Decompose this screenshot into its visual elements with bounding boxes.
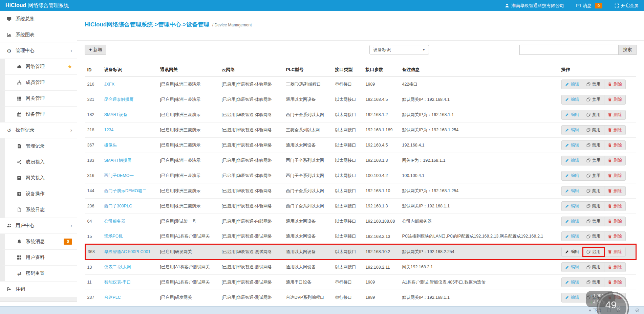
disable-button[interactable]: 禁用 bbox=[583, 217, 604, 226]
device-name-link[interactable]: 仪表二-以太网 bbox=[104, 265, 131, 269]
delete-button[interactable]: 删除 bbox=[604, 171, 625, 180]
disable-button[interactable]: 禁用 bbox=[583, 202, 604, 211]
search-input[interactable] bbox=[519, 45, 618, 55]
delete-button[interactable]: 删除 bbox=[604, 141, 625, 150]
disable-button[interactable]: 禁用 bbox=[583, 171, 604, 180]
edit-button[interactable]: 编辑 bbox=[562, 278, 583, 287]
disable-button[interactable]: 禁用 bbox=[583, 110, 604, 119]
sidebar-item-operation-records[interactable]: ↺操作记录› bbox=[0, 122, 77, 138]
delete-button[interactable]: 删除 bbox=[604, 278, 625, 287]
delete-button[interactable]: 删除 bbox=[604, 202, 625, 211]
search-button[interactable]: 搜索 bbox=[618, 45, 637, 55]
edit-button[interactable]: 编辑 bbox=[562, 126, 583, 135]
disable-button[interactable]: 禁用 bbox=[583, 186, 604, 196]
sidebar-item-management-center[interactable]: ⚙管理中心› bbox=[0, 43, 77, 59]
cell-id: 144 bbox=[85, 183, 102, 199]
edit-button[interactable]: 编辑 bbox=[562, 232, 583, 241]
disable-button[interactable]: 禁用 bbox=[583, 126, 604, 135]
device-name-link[interactable]: 西门子300PLC bbox=[104, 204, 132, 208]
cell-iface: 以太网接口 bbox=[333, 214, 364, 229]
sidebar-item-system-charts[interactable]: 系统图表 bbox=[0, 27, 77, 43]
delete-button[interactable]: 删除 bbox=[604, 186, 625, 196]
toggle-label: 禁用 bbox=[592, 97, 601, 103]
sidebar-item-device-management[interactable]: 设备管理 bbox=[0, 107, 77, 122]
disable-button[interactable]: 禁用 bbox=[583, 232, 604, 241]
disable-button[interactable]: 禁用 bbox=[583, 263, 604, 272]
device-name-link[interactable]: 西门子DEMO一 bbox=[104, 173, 134, 178]
sidebar-item-user-profile[interactable]: 用户资料 bbox=[0, 250, 77, 266]
device-name-link[interactable]: 台达PLC bbox=[104, 295, 121, 300]
delete-button[interactable]: 删除 bbox=[604, 110, 625, 119]
edit-button[interactable]: 编辑 bbox=[562, 110, 583, 119]
disable-button[interactable]: 禁用 bbox=[583, 141, 604, 150]
device-name-link[interactable]: SMART设备 bbox=[104, 112, 128, 117]
edit-button[interactable]: 编辑 bbox=[562, 217, 583, 226]
filter-field-select[interactable]: 设备标识 ▼ bbox=[369, 45, 429, 54]
row-action-group: 编辑禁用删除 bbox=[561, 171, 626, 181]
sidebar-item-gateway-access[interactable]: 网关接入 bbox=[0, 170, 77, 186]
cell-plc: 西门子全系列以太网 bbox=[284, 107, 333, 122]
device-name-link[interactable]: 现场PC机 bbox=[104, 234, 123, 239]
sidebar-item-system-overview[interactable]: 系统总览 bbox=[0, 11, 77, 27]
device-name-link[interactable]: SMART触摸屏 bbox=[104, 158, 132, 163]
edit-button[interactable]: 编辑 bbox=[562, 141, 583, 150]
cell-network: [已启用]华辰智通-体验网络 bbox=[220, 183, 284, 199]
device-name-link[interactable]: 智能仪表-串口 bbox=[104, 280, 131, 285]
sidebar-item-user-center[interactable]: 用户中心› bbox=[0, 218, 77, 234]
disable-button[interactable]: 禁用 bbox=[583, 95, 604, 104]
delete-button[interactable]: 删除 bbox=[604, 247, 625, 256]
delete-button[interactable]: 删除 bbox=[604, 80, 625, 89]
trash-icon bbox=[608, 280, 612, 284]
edit-button[interactable]: 编辑 bbox=[562, 95, 583, 104]
fullscreen-button[interactable]: 开启全屏 bbox=[615, 3, 639, 9]
device-name-link[interactable]: 昆仑通泰触摸屏 bbox=[104, 97, 134, 102]
device-name-link[interactable]: 1234 bbox=[104, 128, 114, 132]
disable-button[interactable]: 禁用 bbox=[583, 80, 604, 89]
table-row: 237台达PLC[已启用]研发网关[已启用]华辰智通-测试网络台达DVP系列编程… bbox=[85, 290, 636, 305]
disable-button[interactable]: 禁用 bbox=[583, 156, 604, 165]
edit-button[interactable]: 编辑 bbox=[562, 80, 583, 89]
progress-circle-widget[interactable]: 49 % bbox=[597, 292, 629, 314]
toggle-state-icon bbox=[586, 97, 591, 102]
cell-iface: 以太网接口 bbox=[333, 260, 364, 275]
sidebar-item-password-reset[interactable]: ⇄密码重置 bbox=[0, 266, 77, 282]
edit-button[interactable]: 编辑 bbox=[562, 186, 583, 196]
edit-button[interactable]: 编辑 bbox=[562, 171, 583, 180]
sidebar-item-network-management[interactable]: 网络管理★ bbox=[0, 59, 77, 75]
edit-button[interactable]: 编辑 bbox=[562, 293, 583, 302]
device-name-link[interactable]: 公司服务器 bbox=[104, 219, 126, 224]
toggle-label: 禁用 bbox=[592, 112, 601, 118]
delete-button[interactable]: 删除 bbox=[604, 217, 625, 226]
edit-button[interactable]: 编辑 bbox=[562, 202, 583, 211]
delete-button[interactable]: 删除 bbox=[604, 263, 625, 272]
device-name-link[interactable]: 西门子演示DEMO箱二 bbox=[104, 188, 147, 193]
sidebar-item-logout[interactable]: 注销 bbox=[0, 282, 77, 297]
device-name-link[interactable]: JXFX bbox=[104, 82, 115, 87]
sidebar-item-member-access[interactable]: 成员接入 bbox=[0, 154, 77, 170]
sidebar-item-device-operation[interactable]: 设备操作 bbox=[0, 186, 77, 202]
messages-button[interactable]: 消息 0 bbox=[576, 3, 602, 9]
add-device-button[interactable]: + 新增 bbox=[85, 45, 106, 55]
edit-button[interactable]: 编辑 bbox=[562, 247, 583, 256]
edit-button[interactable]: 编辑 bbox=[562, 263, 583, 272]
sidebar-item-gateway-management[interactable]: 网关管理 bbox=[0, 91, 77, 107]
sidebar-item-member-management[interactable]: 成员管理 bbox=[0, 75, 77, 91]
disable-button[interactable]: 禁用 bbox=[583, 278, 604, 287]
sidebar-item-management-records[interactable]: 管理记录 bbox=[0, 138, 77, 154]
delete-button[interactable]: 删除 bbox=[604, 95, 625, 104]
bottombar-icon-4[interactable] bbox=[635, 308, 639, 312]
delete-button[interactable]: 删除 bbox=[604, 126, 625, 135]
enable-button[interactable]: 启用 bbox=[583, 247, 604, 256]
sidebar-item-system-messages[interactable]: 系统消息0 bbox=[0, 234, 77, 250]
company-menu[interactable]: 湖南华辰智通科技有限公司 bbox=[505, 3, 564, 9]
sidebar-item-system-logs[interactable]: 系统日志 bbox=[0, 202, 77, 218]
cell-id: 218 bbox=[85, 122, 102, 138]
device-name-link[interactable]: 华辰智通AC 500PLC001 bbox=[104, 249, 151, 254]
edit-button[interactable]: 编辑 bbox=[562, 156, 583, 165]
delete-label: 删除 bbox=[614, 158, 622, 163]
delete-button[interactable]: 删除 bbox=[604, 156, 625, 165]
device-name-link[interactable]: 摄像头 bbox=[104, 143, 117, 148]
delete-button[interactable]: 删除 bbox=[604, 232, 625, 241]
delete-label: 删除 bbox=[614, 127, 622, 133]
cell-actions: 编辑禁用删除 bbox=[559, 122, 636, 138]
